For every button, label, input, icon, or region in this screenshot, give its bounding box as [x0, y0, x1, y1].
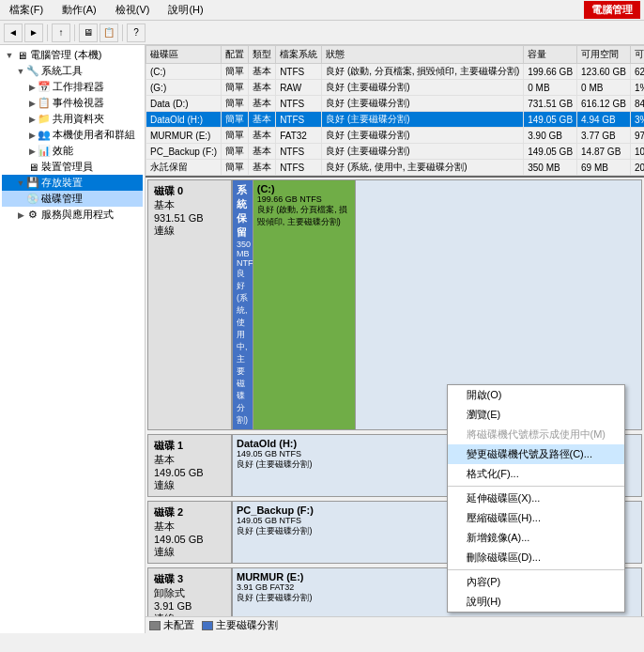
show-hide-button[interactable]: 🖥: [79, 23, 98, 42]
col-header-layout[interactable]: 配置: [222, 46, 249, 64]
table-row[interactable]: MURMUR (E:)簡單基本FAT32良好 (主要磁碟分割)3.90 GB3.…: [146, 128, 645, 144]
table-cell: PC_Backup (F:): [146, 144, 222, 160]
context-menu-item[interactable]: 延伸磁碟區(X)...: [448, 489, 625, 508]
left-panel: ▼ 🖥 電腦管理 (本機) ▼ 🔧 系統工具 ▶ 📅 工作排程器 ▶ 📋 事件檢…: [0, 45, 146, 633]
context-menu-item[interactable]: 說明(H): [448, 592, 625, 612]
forward-button[interactable]: ►: [24, 23, 43, 42]
disk-size: 931.51 GB: [154, 212, 225, 224]
context-menu-item[interactable]: 新增鏡像(A)...: [448, 528, 625, 548]
context-menu-item[interactable]: 壓縮磁碟區(H)...: [448, 508, 625, 528]
disk-table-container: 磁碟區 配置 類型 檔案系統 狀態 容量 可用空間 可用百分比 (C:)簡單基本…: [146, 45, 644, 178]
users-label: 本機使用者和群組: [53, 128, 135, 142]
back-button[interactable]: ◄: [4, 23, 23, 42]
table-cell: 123.60 GB: [577, 64, 631, 80]
table-cell: 3.90 GB: [524, 128, 577, 144]
col-header-fs[interactable]: 檔案系統: [276, 46, 322, 64]
table-cell: NTFS: [276, 96, 322, 112]
col-header-type[interactable]: 類型: [249, 46, 276, 64]
col-header-capacity[interactable]: 容量: [524, 46, 577, 64]
tree-root[interactable]: ▼ 🖥 電腦管理 (本機): [2, 47, 143, 63]
partition[interactable]: (C:)199.66 GB NTFS 良好 (啟動, 分頁檔案, 損毀傾印, 主…: [253, 180, 356, 429]
partition[interactable]: 系統保留350 MB NTFS 良好 (系統, 使用中, 主要磁碟分割): [233, 180, 253, 429]
context-menu-item[interactable]: 格式化(F)...: [448, 464, 625, 484]
col-header-freepct[interactable]: 可用百分比: [630, 46, 644, 64]
table-cell: 簡單: [222, 96, 249, 112]
sidebar-item-storage[interactable]: ▼ 💾 存放裝置: [2, 175, 143, 191]
sidebar-item-event-viewer[interactable]: ▶ 📋 事件檢視器: [2, 95, 143, 111]
table-cell: MURMUR (E:): [146, 128, 222, 144]
sidebar-item-perf[interactable]: ▶ 📊 效能: [2, 143, 143, 159]
properties-button[interactable]: 📋: [100, 23, 118, 42]
expand-event-icon: ▶: [26, 98, 38, 109]
table-cell: NTFS: [276, 64, 322, 80]
context-menu-item[interactable]: 開啟(O): [448, 385, 625, 405]
context-menu-item: 將磁碟機代號標示成使用中(M): [448, 425, 625, 444]
disk-mgmt-label: 磁碟管理: [41, 192, 83, 206]
sidebar-item-disk-mgmt[interactable]: 💿 磁碟管理: [2, 191, 143, 207]
disk-type: 基本: [154, 520, 225, 534]
disk-size: 149.05 GB: [154, 534, 225, 545]
table-cell: 97%: [630, 128, 644, 144]
disk-label: 磁碟 2基本149.05 GB連線: [147, 501, 232, 564]
table-row[interactable]: Data (D:)簡單基本NTFS良好 (主要磁碟分割)731.51 GB616…: [146, 96, 645, 112]
tree-root-label: 電腦管理 (本機): [30, 48, 101, 62]
menu-bar: 檔案(F) 動作(A) 檢視(V) 說明(H): [4, 2, 209, 18]
sidebar-item-shared[interactable]: ▶ 📁 共用資料夾: [2, 111, 143, 127]
sidebar-item-task-scheduler[interactable]: ▶ 📅 工作排程器: [2, 79, 143, 95]
disk-status: 連線: [154, 612, 225, 616]
table-cell: 基本: [249, 96, 276, 112]
table-cell: 簡單: [222, 64, 249, 80]
disk-status: 連線: [154, 224, 225, 238]
legend-primary-label: 主要磁碟分割: [216, 618, 278, 632]
col-header-status[interactable]: 狀態: [322, 46, 524, 64]
table-row[interactable]: PC_Backup (F:)簡單基本NTFS良好 (主要磁碟分割)149.05 …: [146, 144, 645, 160]
event-label: 事件檢視器: [53, 96, 104, 110]
expand-storage-icon: ▼: [15, 178, 26, 189]
services-icon: ⚙: [26, 209, 39, 222]
expand-services-icon: ▶: [15, 210, 26, 221]
table-row[interactable]: DataOld (H:)簡單基本NTFS良好 (主要磁碟分割)149.05 GB…: [146, 112, 645, 128]
context-menu-item[interactable]: 瀏覽(E): [448, 405, 625, 425]
table-cell: (G:): [146, 80, 222, 96]
up-button[interactable]: ↑: [52, 23, 70, 42]
disk-status: 連線: [154, 545, 225, 559]
disk-type: 卸除式: [154, 586, 225, 600]
help-button[interactable]: ?: [127, 23, 146, 42]
toolbar: ◄ ► ↑ 🖥 📋 ?: [0, 21, 644, 45]
sidebar-item-services[interactable]: ▶ ⚙ 服務與應用程式: [2, 207, 143, 223]
disk-label-title: 磁碟 1: [154, 439, 225, 453]
table-cell: 199.66 GB: [524, 64, 577, 80]
sidebar-item-sys-tools[interactable]: ▼ 🔧 系統工具: [2, 63, 143, 79]
menu-view[interactable]: 檢視(V): [110, 2, 156, 18]
storage-label: 存放裝置: [41, 176, 83, 190]
col-header-freespace[interactable]: 可用空間: [577, 46, 631, 64]
device-icon: 🖥: [26, 161, 39, 174]
main-layout: ▼ 🖥 電腦管理 (本機) ▼ 🔧 系統工具 ▶ 📅 工作排程器 ▶ 📋 事件檢…: [0, 45, 644, 633]
context-menu-item[interactable]: 刪除磁碟區(D)...: [448, 548, 625, 567]
menu-file[interactable]: 檔案(F): [4, 2, 49, 18]
table-cell: 簡單: [222, 80, 249, 96]
users-icon: 👥: [38, 129, 51, 142]
services-label: 服務與應用程式: [41, 208, 114, 222]
table-row[interactable]: 永託保留簡單基本NTFS良好 (系統, 使用中, 主要磁碟分割)350 MB69…: [146, 160, 645, 176]
menu-action[interactable]: 動作(A): [56, 2, 102, 18]
context-menu-separator: [448, 569, 625, 570]
toolbar-separator-1: [47, 24, 48, 41]
table-cell: RAW: [276, 80, 322, 96]
shared-label: 共用資料夾: [53, 112, 104, 126]
sidebar-item-device-mgr[interactable]: 🖥 裝置管理員: [2, 159, 143, 175]
partition-detail: 199.66 GB NTFS 良好 (啟動, 分頁檔案, 損毀傾印, 主要磁碟分…: [257, 194, 351, 228]
sidebar-item-local-users[interactable]: ▶ 👥 本機使用者和群組: [2, 127, 143, 143]
context-menu-item[interactable]: 變更磁碟機代號及路徑(C)...: [448, 444, 625, 464]
menu-help[interactable]: 說明(H): [162, 2, 208, 18]
computer-icon: 🖥: [15, 49, 28, 62]
table-row[interactable]: (C:)簡單基本NTFS良好 (啟動, 分頁檔案, 損毀傾印, 主要磁碟分割)1…: [146, 64, 645, 80]
table-row[interactable]: (G:)簡單基本RAW良好 (主要磁碟分割)0 MB0 MB1%: [146, 80, 645, 96]
col-header-volume[interactable]: 磁碟區: [146, 46, 222, 64]
table-cell: (C:): [146, 64, 222, 80]
table-cell: 簡單: [222, 128, 249, 144]
table-cell: 良好 (主要磁碟分割): [322, 144, 524, 160]
context-menu-item[interactable]: 內容(P): [448, 572, 625, 592]
context-menu: 開啟(O)瀏覽(E)將磁碟機代號標示成使用中(M)變更磁碟機代號及路徑(C)..…: [447, 384, 626, 613]
disk-label-title: 磁碟 3: [154, 572, 225, 586]
